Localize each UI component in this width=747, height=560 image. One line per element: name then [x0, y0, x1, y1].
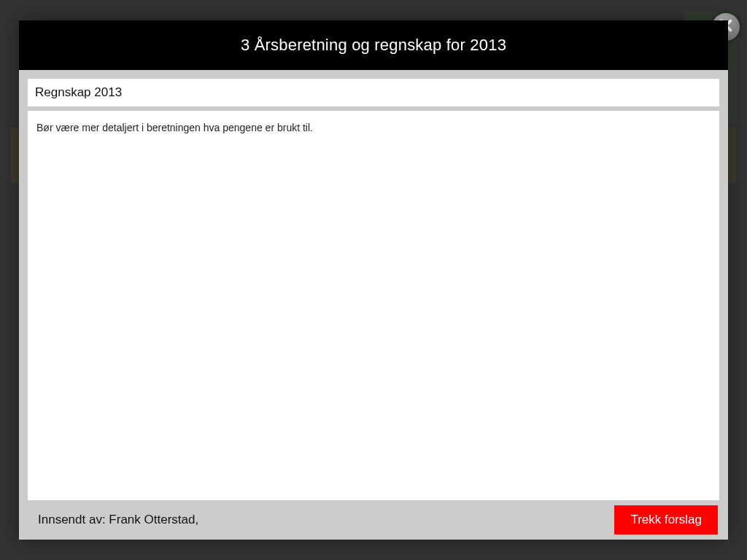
withdraw-button[interactable]: Trekk forslag	[614, 505, 718, 534]
submitted-by: Innsendt av: Frank Otterstad,	[38, 513, 198, 527]
modal-titlebar: 3 Årsberetning og regnskap for 2013	[19, 20, 728, 70]
modal-footer: Innsendt av: Frank Otterstad, Trekk fors…	[19, 500, 728, 540]
section-title: Regnskap 2013	[35, 85, 122, 99]
modal-dialog: 3 Årsberetning og regnskap for 2013 Regn…	[19, 20, 728, 540]
section-header: Regnskap 2013	[28, 79, 719, 106]
modal-body: Regnskap 2013 Bør være mer detaljert i b…	[19, 70, 728, 500]
proposal-text: Bør være mer detaljert i beretningen hva…	[36, 122, 313, 133]
modal-title: 3 Årsberetning og regnskap for 2013	[241, 36, 506, 55]
proposal-body: Bør være mer detaljert i beretningen hva…	[28, 111, 719, 500]
